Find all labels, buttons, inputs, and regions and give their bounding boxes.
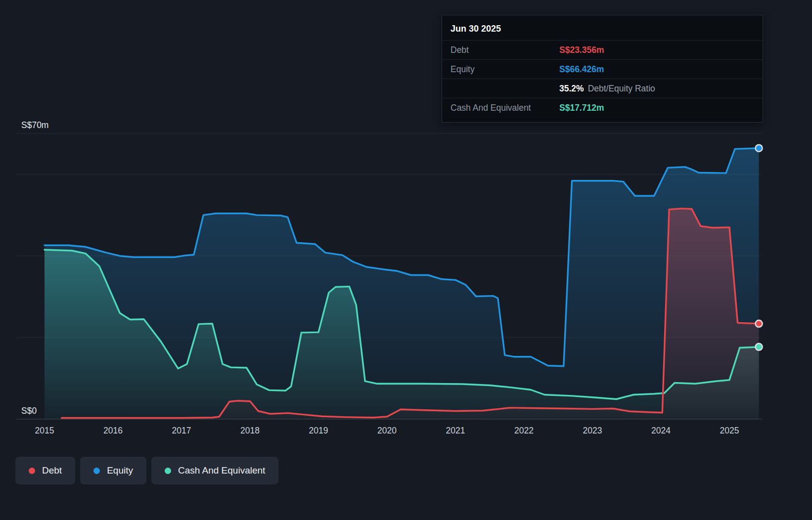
balance-sheet-history-screen: 2015201620172018201920202021202220232024… <box>0 0 812 520</box>
x-tick-label: 2021 <box>446 426 465 435</box>
chart-tooltip: Jun 30 2025 Debt S$23.356m Equity S$66.4… <box>442 15 763 123</box>
y-axis-label: S$0 <box>21 406 37 416</box>
x-tick-label: 2019 <box>309 426 328 435</box>
cash-dot-icon <box>165 468 171 474</box>
tooltip-cash-row: Cash And Equivalent S$17.712m <box>442 98 763 117</box>
tooltip-ratio: 35.2%Debt/Equity Ratio <box>559 83 655 94</box>
y-axis-label: S$70m <box>21 120 48 130</box>
tooltip-ratio-label: Debt/Equity Ratio <box>588 84 655 93</box>
tooltip-ratio-row: 35.2%Debt/Equity Ratio <box>442 79 763 98</box>
tooltip-equity-value: S$66.426m <box>559 64 604 75</box>
x-tick-label: 2022 <box>514 426 534 435</box>
tooltip-cash-label: Cash And Equivalent <box>451 102 559 113</box>
end-marker-debt <box>756 320 763 327</box>
tooltip-ratio-value: 35.2% <box>559 84 584 93</box>
chart-legend: Debt Equity Cash And Equivalent <box>15 457 278 484</box>
legend-label-cash: Cash And Equivalent <box>178 465 265 476</box>
legend-label-equity: Equity <box>107 465 133 476</box>
tooltip-equity-row: Equity S$66.426m <box>442 59 763 79</box>
tooltip-debt-value: S$23.356m <box>559 44 604 55</box>
debt-dot-icon <box>29 468 35 474</box>
tooltip-cash-value: S$17.712m <box>559 102 604 113</box>
tooltip-date: Jun 30 2025 <box>442 17 763 40</box>
end-marker-equity <box>756 145 763 152</box>
tooltip-debt-row: Debt S$23.356m <box>442 40 763 59</box>
x-tick-label: 2018 <box>240 426 260 435</box>
x-tick-label: 2015 <box>35 426 54 435</box>
legend-item-cash[interactable]: Cash And Equivalent <box>151 457 278 484</box>
tooltip-debt-label: Debt <box>451 44 559 55</box>
x-tick-label: 2025 <box>720 426 739 435</box>
tooltip-equity-label: Equity <box>451 64 559 75</box>
x-tick-label: 2017 <box>172 426 191 435</box>
end-marker-cash <box>756 344 763 350</box>
equity-dot-icon <box>93 468 100 474</box>
x-tick-label: 2016 <box>103 426 123 435</box>
legend-item-debt[interactable]: Debt <box>15 457 75 484</box>
x-tick-label: 2023 <box>583 426 602 435</box>
x-tick-label: 2024 <box>651 426 671 435</box>
x-tick-label: 2020 <box>377 426 397 435</box>
legend-item-equity[interactable]: Equity <box>80 457 146 484</box>
legend-label-debt: Debt <box>42 465 62 476</box>
